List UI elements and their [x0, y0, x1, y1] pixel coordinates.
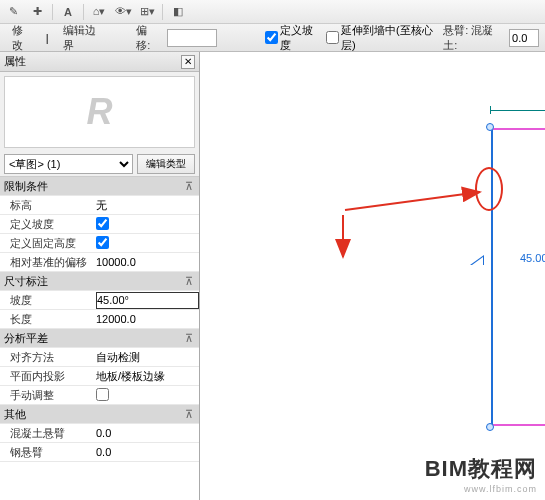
define-slope-checkbox[interactable] — [265, 31, 278, 44]
watermark-url: www.lfbim.com — [425, 484, 537, 494]
level-value[interactable] — [96, 197, 199, 214]
endpoint-node[interactable] — [486, 123, 494, 131]
drawing-canvas[interactable]: 9800.0 45.00° BIM教程网 www.lfbim.com — [200, 52, 545, 500]
dimension-tick — [490, 106, 491, 114]
separator: | — [46, 32, 49, 44]
svg-rect-0 — [492, 129, 545, 425]
define-fixed-height-checkbox[interactable] — [96, 236, 109, 249]
type-preview: R — [4, 76, 195, 148]
steel-cant-value[interactable] — [96, 444, 199, 461]
cantilever-input[interactable] — [509, 29, 539, 47]
tool-icon[interactable]: ✚ — [28, 3, 46, 21]
endpoint-node[interactable] — [486, 423, 494, 431]
cantilever-label: 悬臂: 混凝土: — [443, 23, 501, 53]
expand-icon[interactable]: ⊼ — [185, 408, 199, 421]
prop-label: 长度 — [0, 312, 92, 327]
expand-icon[interactable]: ⊼ — [185, 332, 199, 345]
properties-panel: 属性 ✕ R <草图> (1) 编辑类型 限制条件⊼ 标高 定义坡度 定义固定高… — [0, 52, 200, 500]
dimension-line — [490, 110, 545, 111]
watermark: BIM教程网 www.lfbim.com — [425, 454, 537, 494]
close-icon[interactable]: ✕ — [181, 55, 195, 69]
prop-label: 相对基准的偏移 — [0, 255, 92, 270]
preview-logo: R — [87, 91, 113, 133]
tool-icon[interactable]: ⌂▾ — [90, 3, 108, 21]
tool-icon[interactable]: ◧ — [169, 3, 187, 21]
define-slope-prop-checkbox[interactable] — [96, 217, 109, 230]
prop-label: 对齐方法 — [0, 350, 92, 365]
concrete-cant-value[interactable] — [96, 425, 199, 442]
manual-adjust-checkbox[interactable] — [96, 388, 109, 401]
modify-button[interactable]: 修改 — [6, 21, 38, 55]
panel-header: 属性 ✕ — [0, 52, 199, 72]
offset-base-value[interactable] — [96, 254, 199, 271]
prop-label: 标高 — [0, 198, 92, 213]
prop-label: 混凝土悬臂 — [0, 426, 92, 441]
offset-label: 偏移: — [136, 23, 159, 53]
tool-icon[interactable]: ⊞▾ — [138, 3, 156, 21]
svg-line-2 — [345, 192, 480, 210]
tool-icon[interactable]: 👁▾ — [114, 3, 132, 21]
plane-proj-value[interactable] — [96, 368, 199, 385]
separator — [52, 4, 53, 20]
separator — [162, 4, 163, 20]
slope-value[interactable] — [96, 292, 199, 309]
section-dimensions[interactable]: 尺寸标注⊼ — [0, 272, 199, 291]
edit-boundary-button[interactable]: 编辑边界 — [57, 21, 109, 55]
extend-label: 延伸到墙中(至核心层) — [341, 23, 435, 53]
expand-icon[interactable]: ⊼ — [185, 180, 199, 193]
options-bar: 修改 | 编辑边界 偏移: 定义坡度 延伸到墙中(至核心层) 悬臂: 混凝土: — [0, 24, 545, 52]
separator — [83, 4, 84, 20]
section-other[interactable]: 其他⊼ — [0, 405, 199, 424]
slope-triangle-icon — [470, 255, 484, 265]
type-selector[interactable]: <草图> (1) — [4, 154, 133, 174]
edit-type-button[interactable]: 编辑类型 — [137, 154, 195, 174]
angle-label: 45.00° — [520, 252, 545, 264]
prop-label: 平面内投影 — [0, 369, 92, 384]
prop-label: 手动调整 — [0, 388, 92, 403]
panel-title: 属性 — [4, 54, 26, 69]
offset-input[interactable] — [167, 29, 217, 47]
dimension-text: 9800.0 — [490, 96, 545, 108]
prop-label: 坡度 — [0, 293, 92, 308]
property-grid: 限制条件⊼ 标高 定义坡度 定义固定高度 相对基准的偏移 尺寸标注⊼ 坡度 长度… — [0, 176, 199, 500]
watermark-title: BIM教程网 — [425, 454, 537, 484]
align-method-value[interactable] — [96, 349, 199, 366]
extend-checkbox[interactable] — [326, 31, 339, 44]
expand-icon[interactable]: ⊼ — [185, 275, 199, 288]
annotation-circle — [475, 167, 503, 211]
section-constraints[interactable]: 限制条件⊼ — [0, 177, 199, 196]
prop-label: 钢悬臂 — [0, 445, 92, 460]
define-slope-label: 定义坡度 — [280, 23, 318, 53]
prop-label: 定义坡度 — [0, 217, 92, 232]
section-analytical[interactable]: 分析平差⊼ — [0, 329, 199, 348]
length-value[interactable] — [96, 311, 199, 328]
prop-label: 定义固定高度 — [0, 236, 92, 251]
tool-icon[interactable]: A — [59, 3, 77, 21]
tool-icon[interactable]: ✎ — [4, 3, 22, 21]
